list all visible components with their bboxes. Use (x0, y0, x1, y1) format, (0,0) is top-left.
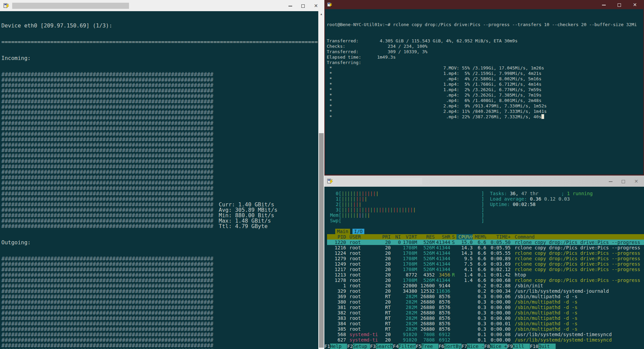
meter-bar: | (356, 212, 359, 218)
fnkey-label-search[interactable]: Search (376, 344, 393, 349)
titlebar-rclone[interactable]: ✕ (325, 0, 643, 9)
fnkey-label-sortby[interactable]: SortBy (444, 344, 461, 349)
column-header-pri[interactable]: PRI (379, 234, 391, 240)
process-cell-cmd: rclone copy drop:/Pics drive:Pics --prog… (511, 261, 644, 267)
fnkey-label-tree[interactable]: Tree (422, 344, 439, 349)
minimize-button[interactable] (605, 176, 616, 187)
process-row[interactable]: 1224root201708M526M4134414.36.60:05.55rc… (327, 250, 644, 256)
scrollbar-up-arrow[interactable]: ▲ (318, 11, 324, 17)
process-cell-mem: 0.3 (473, 299, 486, 305)
column-header-cpu[interactable]: CPU%▽ (456, 234, 473, 240)
terminal-cursor (541, 114, 544, 119)
process-cell-time: 0:00.00 (486, 326, 511, 332)
tab-io[interactable]: I/O (352, 229, 364, 234)
column-header-command[interactable]: Command (511, 234, 644, 240)
process-cell-time: 0:00.00 (486, 305, 511, 310)
process-cell-ni (391, 256, 401, 261)
column-header-shr[interactable]: SHR (435, 234, 450, 240)
maximize-button[interactable] (613, 0, 626, 9)
process-cell-virt: 8772 (401, 272, 417, 278)
process-cell-s (450, 337, 456, 343)
process-row[interactable]: 1278root201708M526M413441.46.60:00.68rcl… (327, 278, 644, 283)
fnkey-f8[interactable]: F8 (484, 344, 490, 349)
process-cell-shr: 41344 (435, 278, 450, 283)
process-row[interactable]: 1216root201708M526M4134414.36.60:05.95rc… (327, 245, 644, 250)
column-header-user[interactable]: USER (346, 234, 379, 240)
fnkey-f5[interactable]: F5 (416, 344, 422, 349)
process-cell-s (450, 321, 456, 326)
process-row[interactable]: 382rootRT282M2688085760.30:00.00/sbin/mu… (327, 310, 644, 315)
column-header-ni[interactable]: NI (391, 234, 401, 240)
meter-label: 0 (327, 191, 339, 196)
window-title-redacted (336, 178, 422, 185)
info-segment: Tasks: (490, 191, 510, 196)
process-row[interactable]: 369rootRT282M2688085760.30:00.06/sbin/mu… (327, 294, 644, 299)
fnkey-f10[interactable]: F10 (530, 344, 538, 349)
process-row[interactable]: 384rootRT282M2688085760.30:00.01/sbin/mu… (327, 321, 644, 326)
process-row[interactable]: 1220root2001708M526M41344S15.06.60:05.50… (327, 240, 644, 245)
titlebar-nload[interactable]: ✕ (0, 0, 324, 11)
column-header-pid[interactable]: PID (327, 234, 346, 240)
process-row[interactable]: 329root203438012532116360.20:00.34/usr/l… (327, 288, 644, 294)
process-cell-time: 0:01.42 (486, 272, 511, 278)
process-row[interactable]: 385rootRT282M2688085760.30:00.00/sbin/mu… (327, 326, 644, 332)
maximize-button[interactable] (298, 0, 308, 11)
scrollbar-thumb[interactable] (319, 133, 324, 348)
process-cell-cmd: rclone copy drop:/Pics drive:Pics --prog… (511, 267, 644, 272)
fnkey-label-setup[interactable]: Setup (353, 344, 370, 349)
meter-bar: | (362, 212, 364, 218)
process-row[interactable]: 1279root201708M526M413449.56.60:00.89rcl… (327, 256, 644, 261)
scrollbar[interactable]: ▲ (318, 11, 324, 349)
fnkey-label-kill[interactable]: Kill (513, 344, 530, 349)
process-cell-s (450, 288, 456, 294)
maximize-button[interactable] (618, 176, 628, 187)
process-cell-user: root (346, 310, 379, 315)
process-cell-ni (391, 321, 401, 326)
fnkey-f2[interactable]: F2 (347, 344, 353, 349)
process-row[interactable]: 1217root201708M526M413444.16.60:02.12rcl… (327, 267, 644, 272)
process-row[interactable]: 380root20282M2688085760.30:00.00/sbin/mu… (327, 299, 644, 305)
column-header-mem[interactable]: MEM% (473, 234, 486, 240)
process-cell-user: root (346, 305, 379, 310)
meter-bar: | (350, 191, 353, 196)
fnkey-label-help[interactable]: Help (330, 344, 347, 349)
close-button[interactable]: ✕ (631, 176, 641, 187)
process-row[interactable]: 1root20220001260091440.20:02.88/sbin/ini… (327, 283, 644, 288)
minimize-button[interactable] (597, 0, 610, 9)
fnkey-label-nice[interactable]: Nice + (490, 344, 507, 349)
minimize-button[interactable] (285, 0, 295, 11)
process-table-header[interactable]: PIDUSERPRINIVIRTRESSHRSCPU%▽MEM%TIME+Com… (327, 234, 644, 240)
meter-bar: | (367, 191, 370, 196)
column-header-time[interactable]: TIME+ (486, 234, 511, 240)
process-row[interactable]: 568systemd-ti2091020780869120.10:00.08/u… (327, 332, 644, 337)
process-cell-shr: 41344 (435, 261, 450, 267)
fnkey-label-quit[interactable]: Quit (538, 344, 556, 349)
titlebar-htop[interactable]: ✕ (324, 176, 644, 187)
cpu3-meter: 3[||||||||||||||||||||||||||] (327, 207, 644, 212)
fnkey-f6[interactable]: F6 (438, 344, 444, 349)
fnkey-f9[interactable]: F9 (507, 344, 513, 349)
fnkey-f3[interactable]: F3 (370, 344, 376, 349)
process-row[interactable]: 1249root201708M526M413447.56.60:03.69rcl… (327, 261, 644, 267)
fnkey-f4[interactable]: F4 (393, 344, 399, 349)
process-cell-shr: 8576 (435, 315, 450, 321)
meter-bar: | (393, 207, 395, 212)
close-button[interactable]: ✕ (311, 0, 321, 12)
column-header-res[interactable]: RES (417, 234, 435, 240)
process-row[interactable]: 383rootRT282M2688085760.30:00.00/sbin/mu… (327, 315, 644, 321)
process-row[interactable]: 627systemd-ti2091020780869120.10:00.00/u… (327, 337, 644, 343)
fnkey-label-nice[interactable]: Nice - (467, 344, 484, 349)
info-segment: 36, (510, 191, 521, 196)
tab-main[interactable]: Main (335, 229, 350, 234)
fnkey-label-filter[interactable]: Filter (399, 344, 416, 349)
column-header-s[interactable]: S (450, 234, 456, 240)
window-title-redacted (12, 3, 129, 9)
info-segment: 47 thr (521, 191, 539, 196)
process-row[interactable]: 1213root20877243523456R1.40.10:01.42htop (327, 272, 644, 278)
process-row[interactable]: 381rootRT282M2688085760.30:00.00/sbin/mu… (327, 305, 644, 310)
fnkey-f1[interactable]: F1 (324, 344, 330, 349)
fnkey-f7[interactable]: F7 (461, 344, 467, 349)
column-header-virt[interactable]: VIRT (401, 234, 417, 240)
process-cell-cmd: rclone copy drop:/Pics drive:Pics --prog… (511, 278, 644, 283)
close-button[interactable]: ✕ (628, 0, 641, 9)
